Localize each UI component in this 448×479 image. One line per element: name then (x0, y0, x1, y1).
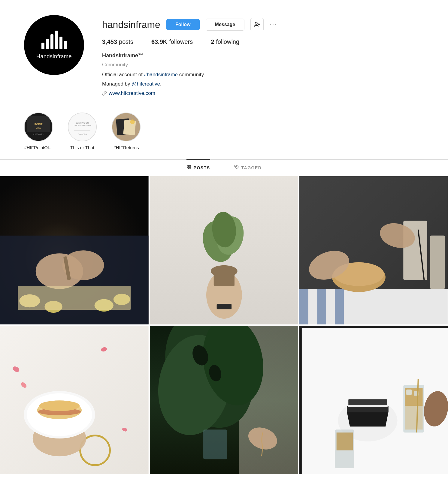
svg-rect-8 (68, 113, 96, 141)
add-user-icon (254, 21, 260, 28)
follow-button[interactable]: Follow (166, 19, 200, 30)
svg-rect-39 (216, 304, 231, 309)
tab-posts-label: POSTS (194, 165, 210, 170)
followers-label: followers (169, 38, 193, 45)
bio-line1: Official account of #handsinframe commun… (102, 71, 424, 79)
avatar-name: Handsinframe (36, 53, 72, 60)
svg-rect-77 (299, 326, 302, 474)
message-button[interactable]: Message (206, 19, 245, 31)
avatar[interactable]: Handsinframe (24, 15, 84, 75)
stats-row: 3,453 posts 63.9K followers 2 following (102, 38, 424, 45)
svg-rect-47 (430, 235, 445, 289)
mention-link[interactable]: @hifcreative (132, 81, 160, 87)
following-count: 2 (211, 38, 214, 45)
svg-rect-19 (187, 167, 189, 169)
post-cell[interactable] (150, 326, 298, 474)
tabs-section: POSTS TAGGED (0, 159, 448, 176)
svg-point-0 (255, 22, 257, 24)
post-cell[interactable] (150, 176, 298, 325)
profile-top-row: handsinframe Follow Message ··· (102, 18, 424, 31)
bio-category: Community (102, 61, 424, 69)
post-cell[interactable] (0, 326, 149, 474)
following-label: following (216, 38, 239, 45)
tab-tagged-label: TAGGED (241, 165, 262, 170)
avatar-container: Handsinframe (24, 15, 84, 75)
profile-info: handsinframe Follow Message ··· 3,453 po… (102, 15, 424, 98)
highlight-image-3 (112, 113, 140, 141)
svg-rect-76 (299, 326, 448, 328)
highlight-label-2: This or That (70, 145, 94, 150)
highlight-image-2: JUMPING ON THE BANDWAGON This or That (68, 113, 96, 141)
posts-count: 3,453 (102, 38, 117, 45)
highlight-circle-2: JUMPING ON THE BANDWAGON This or That (68, 113, 97, 141)
svg-point-16 (130, 119, 135, 124)
post-image-4 (0, 326, 149, 474)
link-icon (102, 91, 107, 96)
posts-grid (0, 176, 448, 474)
avatar-logo-bars (41, 31, 67, 49)
hashtag-link[interactable]: #handsinframe (144, 72, 178, 77)
posts-stat: 3,453 posts (102, 38, 133, 45)
grid-icon (186, 165, 191, 171)
post-image-2 (150, 176, 298, 325)
posts-label: posts (119, 38, 133, 45)
highlight-circle-1: POINT VIEW #HIFPointOf... (24, 113, 53, 141)
highlight-item[interactable]: JUMPING ON THE BANDWAGON This or That Th… (68, 113, 97, 150)
tab-tagged[interactable]: TAGGED (234, 159, 262, 176)
highlight-item[interactable]: POINT VIEW #HIFPointOf... #HIFPointOf... (24, 113, 53, 150)
username: handsinframe (102, 19, 160, 30)
tag-icon (234, 165, 239, 171)
following-stat[interactable]: 2 following (211, 38, 239, 45)
svg-rect-20 (189, 167, 191, 169)
post-image-6 (299, 326, 448, 474)
svg-rect-90 (337, 432, 353, 450)
svg-text:POINT: POINT (35, 123, 43, 126)
post-image-1 (0, 176, 149, 325)
svg-text:THE BANDWAGON: THE BANDWAGON (73, 125, 91, 127)
svg-rect-86 (406, 390, 412, 395)
highlight-image-1: POINT VIEW #HIFPointOf... (25, 113, 52, 141)
svg-rect-73 (203, 429, 227, 459)
highlight-label-3: #HIFReturns (113, 145, 139, 150)
highlights-section: POINT VIEW #HIFPointOf... #HIFPointOf...… (0, 110, 448, 159)
svg-text:JUMPING ON: JUMPING ON (76, 122, 89, 124)
followers-count: 63.9K (151, 38, 167, 45)
website-text: www.hifcreative.com (109, 89, 155, 97)
followers-stat[interactable]: 63.9K followers (151, 38, 193, 45)
svg-text:This or That: This or That (78, 133, 87, 135)
svg-rect-44 (317, 289, 326, 324)
svg-rect-43 (299, 289, 308, 324)
highlight-label-1: #HIFPointOf... (24, 145, 53, 150)
highlight-circle-3 (112, 113, 141, 141)
svg-point-65 (39, 401, 80, 411)
post-cell[interactable] (0, 176, 149, 325)
svg-text:VIEW: VIEW (36, 127, 41, 129)
post-cell[interactable] (299, 176, 448, 325)
svg-rect-45 (335, 289, 344, 324)
post-image-3 (299, 176, 448, 325)
svg-rect-17 (187, 165, 189, 167)
post-cell[interactable] (299, 326, 448, 474)
svg-text:#HIFPointOf...: #HIFPointOf... (33, 133, 44, 135)
website-link[interactable]: www.hifcreative.com (102, 89, 424, 97)
post-image-5 (150, 326, 298, 474)
display-name: Handsinframe™ (102, 51, 424, 60)
bio-line2: Managed by @hifcreative. (102, 80, 424, 88)
svg-rect-82 (348, 405, 388, 407)
svg-rect-18 (189, 165, 191, 167)
profile-section: Handsinframe handsinframe Follow Message… (0, 0, 448, 110)
svg-rect-35 (213, 271, 234, 286)
svg-rect-85 (405, 406, 423, 429)
highlight-item[interactable]: #HIFReturns (112, 113, 141, 150)
bio-section: Handsinframe™ Community Official account… (102, 51, 424, 98)
add-user-button[interactable] (250, 18, 264, 31)
more-options-button[interactable]: ··· (270, 21, 277, 29)
svg-rect-30 (18, 286, 131, 310)
tab-posts[interactable]: POSTS (186, 159, 210, 176)
